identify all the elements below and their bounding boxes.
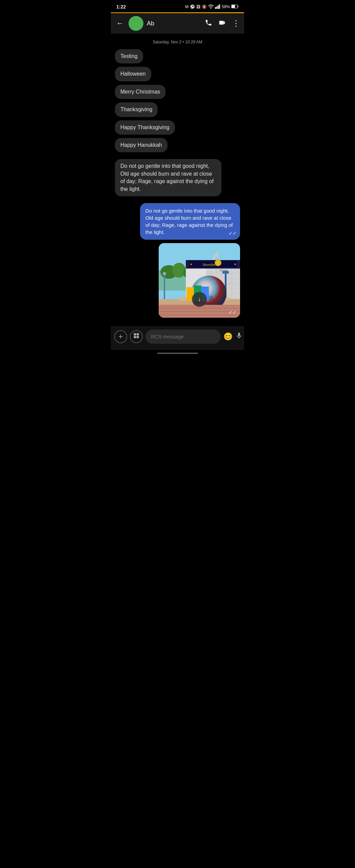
svg-rect-8 bbox=[238, 6, 238, 7]
add-icon: + bbox=[119, 332, 123, 341]
svg-rect-63 bbox=[134, 333, 136, 336]
bubble-happy-hanukkah[interactable]: Happy Hanukkah bbox=[115, 138, 167, 152]
call-icon[interactable] bbox=[205, 19, 212, 28]
svg-text:★: ★ bbox=[234, 263, 236, 266]
svg-text:+: + bbox=[213, 4, 214, 6]
svg-text:Shoreline: Shoreline bbox=[203, 263, 216, 267]
svg-rect-7 bbox=[232, 5, 235, 8]
status-icons: M ⚽ 🖼 🔇 + 58% bbox=[185, 4, 239, 10]
image-bubble[interactable]: Shoreline ★ ★ Google bbox=[159, 243, 240, 318]
emoji-button[interactable]: 😊 bbox=[223, 332, 233, 341]
contact-name: Ab bbox=[147, 20, 201, 27]
svg-point-12 bbox=[172, 263, 186, 278]
bubble-poem-sent[interactable]: Do not go gentle into that good night, O… bbox=[140, 203, 240, 240]
bubble-merry-christmas[interactable]: Merry Christmas bbox=[115, 85, 165, 99]
svg-text:★: ★ bbox=[190, 263, 192, 266]
bubble-poem-received[interactable]: Do not go gentle into that good night, O… bbox=[115, 159, 221, 196]
status-bar: 1:22 M ⚽ 🖼 🔇 + 58% bbox=[111, 0, 244, 12]
attach-button[interactable] bbox=[130, 330, 143, 343]
input-bar: + 😊 bbox=[111, 327, 244, 350]
message-row-8: Do not go gentle into that good night, O… bbox=[115, 203, 240, 242]
svg-rect-40 bbox=[222, 271, 229, 274]
message-row-1: Testing bbox=[115, 49, 240, 65]
timestamp-divider: Saturday, Nov 2 • 10:29 AM bbox=[115, 40, 240, 44]
svg-rect-2 bbox=[215, 7, 216, 9]
svg-rect-3 bbox=[216, 6, 217, 9]
svg-rect-5 bbox=[219, 4, 220, 9]
home-bar bbox=[157, 353, 198, 354]
message-row-3: Merry Christmas bbox=[115, 85, 240, 101]
video-icon[interactable] bbox=[218, 19, 226, 28]
soccer-icon: ⚽ bbox=[190, 4, 195, 9]
voice-button[interactable] bbox=[235, 332, 243, 341]
message-row-4: Thanksgiving bbox=[115, 102, 240, 119]
nav-bar: ← Ab ⋮ bbox=[111, 13, 244, 34]
status-time: 1:22 bbox=[116, 4, 126, 9]
svg-rect-4 bbox=[218, 5, 219, 9]
gallery-attach-icon bbox=[133, 332, 140, 341]
chat-area: Saturday, Nov 2 • 10:29 AM Testing Hallo… bbox=[111, 34, 244, 323]
avatar[interactable] bbox=[129, 16, 143, 31]
battery-icon bbox=[231, 4, 239, 9]
gallery-icon: 🖼 bbox=[196, 4, 200, 9]
nav-actions: ⋮ bbox=[205, 19, 240, 28]
bubble-happy-thanksgiving[interactable]: Happy Thanksgiving bbox=[115, 120, 175, 135]
svg-point-35 bbox=[215, 260, 221, 265]
download-button[interactable]: ↓ bbox=[192, 292, 207, 307]
bubble-halloween[interactable]: Halloween bbox=[115, 67, 151, 81]
message-row-6: Happy Hanukkah bbox=[115, 138, 240, 154]
message-row-2: Halloween bbox=[115, 67, 240, 83]
back-button[interactable]: ← bbox=[115, 18, 125, 29]
message-row-7: Do not go gentle into that good night, O… bbox=[115, 159, 240, 198]
signal-icon bbox=[215, 4, 220, 10]
message-row-9: Shoreline ★ ★ Google bbox=[115, 243, 240, 318]
more-icon[interactable]: ⋮ bbox=[232, 19, 240, 27]
wifi-icon: + bbox=[208, 4, 214, 10]
message-input[interactable] bbox=[145, 330, 221, 344]
download-icon: ↓ bbox=[198, 296, 201, 303]
message-row-5: Happy Thanksgiving bbox=[115, 120, 240, 137]
svg-rect-64 bbox=[137, 333, 139, 336]
battery-text: 58% bbox=[222, 4, 230, 9]
svg-point-0 bbox=[210, 7, 211, 8]
add-button[interactable]: + bbox=[114, 330, 127, 343]
mute-icon: 🔇 bbox=[202, 4, 207, 9]
home-indicator bbox=[111, 350, 244, 357]
gmail-icon: M bbox=[185, 4, 189, 9]
sent-check-icon: ✓✓ bbox=[229, 230, 237, 237]
svg-rect-65 bbox=[134, 336, 136, 338]
svg-rect-66 bbox=[137, 336, 139, 338]
bubble-testing[interactable]: Testing bbox=[115, 49, 143, 63]
bubble-thanksgiving[interactable]: Thanksgiving bbox=[115, 102, 158, 117]
svg-point-37 bbox=[163, 272, 166, 275]
image-check-icon: ✓✓ bbox=[229, 310, 237, 315]
